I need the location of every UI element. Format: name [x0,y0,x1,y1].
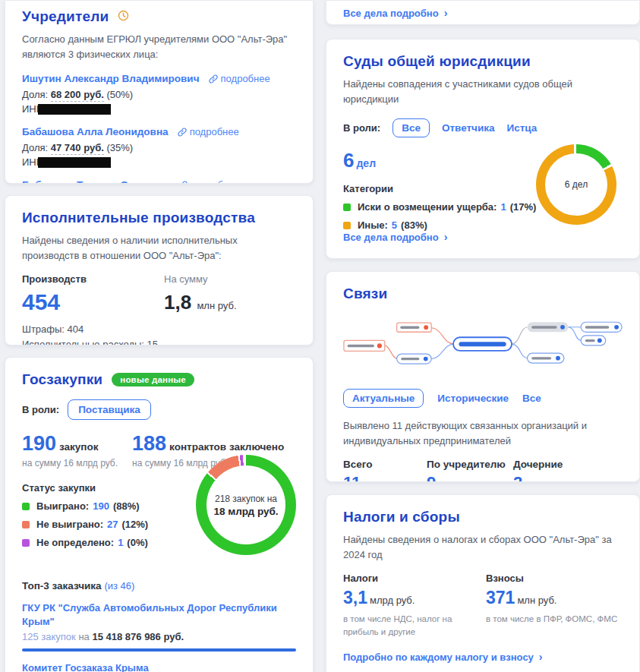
chevron-right-icon: › [444,231,448,243]
cases-count-label: дел [356,157,376,169]
courts-description: Найдены совпадения с участниками судов о… [343,77,623,106]
inn-redaction [38,157,111,168]
role-tab-all[interactable]: Все [393,118,430,137]
customer-count: 125 закупок [22,631,76,642]
donut-center-line2: 18 млрд руб. [213,506,278,517]
stat-total: Всего 11 [343,459,427,482]
procurement-card: Госзакупки новые данные В роли: Поставщи… [5,357,314,672]
taxes-block: Налоги 3,1млрд руб. в том числе НДС, нал… [343,573,486,639]
graph-node-central [453,337,512,351]
customer-row: Комитет Госзаказа Крыма 1 закупка на 1 1… [22,661,296,672]
all-cases-link[interactable]: Все дела подробно› [343,8,447,19]
founder-name-link[interactable]: Ишутин Александр Владимирович [22,73,200,84]
link-icon [209,74,218,84]
link-icon [178,128,187,137]
tab-all[interactable]: Все [522,393,541,404]
procurement-card-title: Госзакупки [22,371,102,388]
role-label: В роли: [22,404,59,415]
tab-historical[interactable]: Исторические [437,393,509,404]
purchases-sum: на сумму 16 млрд руб. [22,458,132,469]
inn-redaction [38,104,111,115]
top-customers-title: Топ-3 заказчика [22,580,102,592]
enforcement-count: 454 [22,289,164,315]
purchases-label: закупок [59,441,98,453]
share-percent: (35%) [106,142,133,153]
courts-card: Суды общей юрисдикции Найдены совпадения… [326,39,640,259]
enforcement-card: Исполнительные производства Найдены свед… [5,195,314,345]
courts-card-title: Суды общей юрисдикции [343,53,623,70]
clock-icon [118,10,129,24]
customer-amount: 15 418 876 986 руб. [92,631,184,642]
role-label: В роли: [343,122,380,134]
tab-actual[interactable]: Актуальные [343,389,424,408]
legend-swatch-purple [22,539,30,547]
stat-by-founder: По учредителю 9 [427,459,513,482]
fee-value: 371 [486,588,515,607]
founder-more-link[interactable]: подробнее [178,126,239,137]
tax-note: в том числе НДС, налог на прибыль и друг… [343,613,480,639]
graph-node-blue-right-top [581,322,622,332]
tax-detail-link[interactable]: Подробно по каждому налогу и взносу› [343,651,543,663]
connections-card-title: Связи [343,286,623,302]
enforcement-card-title: Исполнительные производства [22,210,296,226]
graph-node-red-top [397,323,432,332]
donut-center-line1: 218 закупок на [215,494,277,504]
cases-count: 6 [343,149,354,172]
share-label: Доля: [22,89,48,100]
founder-row: Ишутин Александр Владимирович подробнее … [22,71,296,115]
role-tab-plaintiff[interactable]: Истца [506,122,537,134]
customer-name-link[interactable]: Комитет Госзаказа Крыма [22,661,296,672]
role-supplier-button[interactable]: Поставщика [68,399,151,420]
link-icon [178,181,188,184]
founders-card: Учредители Согласно данным ЕГРЮЛ учредит… [5,0,314,184]
courts-donut-chart: 6 дел [536,144,616,225]
founder-row: Бабашова Алла Леонидовна подробнее Доля:… [22,125,296,168]
enforcement-line: Штрафы: 404 [22,322,296,337]
all-court-cases-link[interactable]: Все дела подробно› [343,231,447,243]
connections-card: Связи [326,271,640,482]
customer-row: ГКУ РК "Служба Автомобильных Дорог Респу… [22,601,296,651]
graph-node-gray [528,322,569,332]
contracts-label: контрактов заключено [169,441,284,453]
founder-row: Бабашова Татьяна Олеговна подробнее Доля… [22,178,296,184]
legend-swatch-salmon [22,521,30,528]
role-tab-defendant[interactable]: Ответчика [442,122,495,134]
connections-description: Выявлено 11 действующих связанных органи… [343,418,594,448]
legend-swatch-green [343,203,351,211]
graph-node-blue-right-small [581,336,606,345]
share-percent: (50%) [106,89,133,100]
graph-node-blue-left [397,354,432,364]
founder-name-link[interactable]: Бабашова Татьяна Олеговна [22,179,169,184]
share-amount: 47 740 руб. [51,142,104,155]
taxes-description: Найдены сведения о налогах и сборах ООО … [343,532,623,562]
founder-more-link[interactable]: подробнее [209,73,270,84]
founder-more-link[interactable]: подробнее [178,179,240,184]
donut-center-label: 6 дел [565,179,588,190]
fee-note: в том числе в ПФР, ФОМС, ФМС [486,613,623,626]
enforcement-line: Исполнительные расходы: 15 [22,337,296,345]
enforcement-sum: 1,8 млн руб. [164,291,237,314]
tax-value: 3,1 [343,588,367,607]
founders-card-title: Учредители [22,8,109,25]
graph-node-red-left [344,340,385,351]
founders-description: Согласно данным ЕГРЮЛ учредителями ООО "… [22,32,296,62]
graph-node-blue-bottom-right [528,353,564,363]
customer-name-link[interactable]: ГКУ РК "Служба Автомобильных Дорог Респу… [22,601,296,628]
purchases-count: 190 [22,432,56,455]
new-data-badge: новые данные [112,373,194,386]
page: Учредители Согласно данным ЕГРЮЛ учредит… [0,0,640,672]
stat-subsidiaries: Дочерние 2 [513,459,563,482]
taxes-card-title: Налоги и сборы [343,509,623,525]
founder-name-link[interactable]: Бабашова Алла Леонидовна [22,126,169,137]
chevron-right-icon: › [539,651,543,663]
top-customers-total-link[interactable]: (из 46) [104,580,134,592]
enforcement-sum-label: На сумму [164,273,237,285]
left-column: Учредители Согласно данным ЕГРЮЛ учредит… [5,0,314,672]
right-column: Все дела подробно› Суды общей юрисдикции… [326,0,640,672]
procurement-donut-chart: 218 закупок на 18 млрд руб. [196,455,296,555]
chevron-right-icon: › [444,7,448,19]
share-label: Доля: [22,142,48,153]
fees-block: Взносы 371млн руб. в том числе в ПФР, ФО… [486,573,623,639]
taxes-card: Налоги и сборы Найдены сведения о налога… [326,494,640,672]
customer-amount-bar [22,648,296,651]
